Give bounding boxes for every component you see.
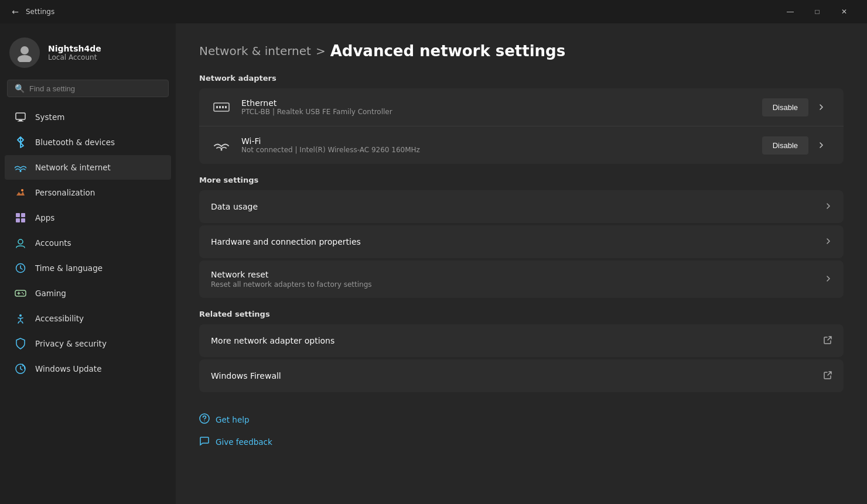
sidebar-item-gaming[interactable]: Gaming <box>5 281 171 306</box>
network-reset-row[interactable]: Network reset Reset all network adapters… <box>199 260 844 298</box>
more-adapter-options-row[interactable]: More network adapter options <box>199 324 844 357</box>
sidebar-item-accounts[interactable]: Accounts <box>5 231 171 255</box>
hardware-props-info: Hardware and connection properties <box>211 237 825 246</box>
give-feedback-link[interactable]: Give feedback <box>199 433 844 451</box>
svg-point-1 <box>18 55 32 62</box>
sidebar-item-label-bluetooth: Bluetooth & devices <box>35 138 115 147</box>
ethernet-chevron-button[interactable] <box>811 97 832 118</box>
data-usage-info: Data usage <box>211 202 825 211</box>
svg-point-14 <box>22 292 23 293</box>
sidebar-item-label-system: System <box>35 112 64 122</box>
wifi-chevron-button[interactable] <box>811 135 832 156</box>
profile-subtitle: Local Account <box>48 53 101 61</box>
svg-rect-13 <box>15 290 26 296</box>
wifi-disable-button[interactable]: Disable <box>762 136 808 155</box>
svg-rect-7 <box>16 213 20 217</box>
svg-point-6 <box>21 189 23 191</box>
sidebar-item-accessibility[interactable]: Accessibility <box>5 306 171 331</box>
sidebar-item-label-network: Network & internet <box>35 163 111 172</box>
wifi-desc: Not connected | Intel(R) Wireless-AC 926… <box>241 146 753 154</box>
svg-point-5 <box>20 170 22 172</box>
profile-info: Nightsh4de Local Account <box>48 44 101 61</box>
ethernet-info: Ethernet PTCL-BB | Realtek USB FE Family… <box>241 98 753 116</box>
bluetooth-icon <box>14 136 27 149</box>
apps-icon <box>14 211 27 224</box>
wifi-actions: Disable <box>762 135 832 156</box>
sidebar-item-network[interactable]: Network & internet <box>5 155 171 180</box>
sidebar-item-label-time: Time & language <box>35 263 103 273</box>
windows-update-icon <box>14 362 27 375</box>
maximize-button[interactable]: □ <box>804 0 831 23</box>
give-feedback-icon <box>199 436 210 448</box>
bottom-links: Get help Give feedback <box>199 411 844 451</box>
profile-name: Nightsh4de <box>48 44 101 53</box>
sidebar-item-privacy[interactable]: Privacy & security <box>5 331 171 356</box>
sidebar-item-apps[interactable]: Apps <box>5 205 171 230</box>
accessibility-icon <box>14 312 27 325</box>
breadcrumb-parent[interactable]: Network & internet <box>199 44 311 58</box>
close-button[interactable]: ✕ <box>831 0 858 23</box>
accounts-icon <box>14 236 27 249</box>
sidebar-nav: System Bluetooth & devices <box>0 105 176 381</box>
svg-rect-4 <box>18 121 23 122</box>
data-usage-title: Data usage <box>211 202 825 211</box>
wifi-row: Wi-Fi Not connected | Intel(R) Wireless-… <box>199 126 844 164</box>
sidebar-item-bluetooth[interactable]: Bluetooth & devices <box>5 130 171 155</box>
get-help-icon <box>199 413 210 426</box>
sidebar-item-personalization[interactable]: Personalization <box>5 180 171 205</box>
ethernet-row: Ethernet PTCL-BB | Realtek USB FE Family… <box>199 88 844 126</box>
network-reset-subtitle: Reset all network adapters to factory se… <box>211 280 825 289</box>
sidebar-item-label-privacy: Privacy & security <box>35 339 107 348</box>
window-controls: — □ ✕ <box>777 0 858 23</box>
ethernet-actions: Disable <box>762 97 832 118</box>
sidebar-item-system[interactable]: System <box>5 105 171 129</box>
get-help-link[interactable]: Get help <box>199 411 844 428</box>
network-reset-chevron <box>825 275 832 284</box>
windows-firewall-info: Windows Firewall <box>211 371 824 380</box>
hardware-props-title: Hardware and connection properties <box>211 237 825 246</box>
main-content: Network & internet > Advanced network se… <box>176 23 867 504</box>
page-title: Advanced network settings <box>330 42 566 60</box>
svg-point-25 <box>204 420 205 421</box>
svg-point-0 <box>21 46 29 54</box>
sidebar-item-label-gaming: Gaming <box>35 289 66 298</box>
svg-rect-8 <box>21 213 25 217</box>
network-adapters-section: Network adapters Ethernet <box>199 74 844 164</box>
svg-rect-18 <box>214 103 229 111</box>
search-input[interactable] <box>29 84 161 93</box>
windows-firewall-row[interactable]: Windows Firewall <box>199 359 844 392</box>
wifi-name: Wi-Fi <box>241 136 753 146</box>
get-help-label: Get help <box>216 415 250 424</box>
search-box: 🔍 <box>7 80 169 97</box>
related-settings-section: Related settings More network adapter op… <box>199 310 844 392</box>
adapters-card: Ethernet PTCL-BB | Realtek USB FE Family… <box>199 88 844 164</box>
search-icon: 🔍 <box>15 84 25 93</box>
give-feedback-label: Give feedback <box>216 437 272 447</box>
window-title: Settings <box>26 8 54 16</box>
personalization-icon <box>14 186 27 199</box>
sidebar-item-windows-update[interactable]: Windows Update <box>5 356 171 381</box>
app-container: Nightsh4de Local Account 🔍 System <box>0 23 867 504</box>
windows-firewall-title: Windows Firewall <box>211 371 824 380</box>
data-usage-row[interactable]: Data usage <box>199 190 844 223</box>
ethernet-desc: PTCL-BB | Realtek USB FE Family Controll… <box>241 108 753 116</box>
titlebar: ← Settings — □ ✕ <box>0 0 867 23</box>
sidebar-item-label-accounts: Accounts <box>35 238 71 248</box>
ethernet-disable-button[interactable]: Disable <box>762 98 808 116</box>
wifi-info: Wi-Fi Not connected | Intel(R) Wireless-… <box>241 136 753 154</box>
network-adapters-heading: Network adapters <box>199 74 844 83</box>
windows-firewall-external-icon <box>824 371 832 381</box>
minimize-button[interactable]: — <box>777 0 804 23</box>
svg-point-16 <box>19 314 22 317</box>
back-button[interactable]: ← <box>9 6 21 18</box>
breadcrumb-separator: > <box>316 44 326 58</box>
sidebar-item-time[interactable]: Time & language <box>5 256 171 280</box>
svg-rect-9 <box>16 218 20 222</box>
svg-rect-2 <box>16 113 25 119</box>
hardware-props-row[interactable]: Hardware and connection properties <box>199 225 844 258</box>
more-settings-section: More settings Data usage Hardware and co… <box>199 176 844 298</box>
profile-area[interactable]: Nightsh4de Local Account <box>0 23 176 80</box>
svg-rect-19 <box>216 106 218 108</box>
sidebar: Nightsh4de Local Account 🔍 System <box>0 23 176 504</box>
hardware-props-chevron <box>825 237 832 246</box>
